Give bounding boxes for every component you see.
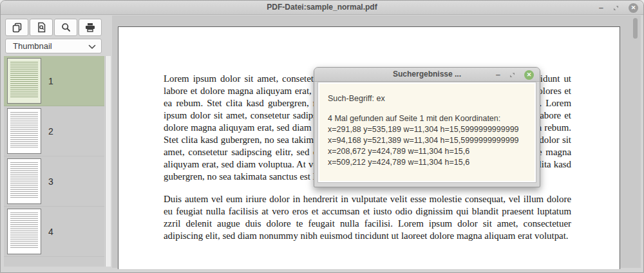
close-icon[interactable]: ✕ [629, 3, 638, 13]
page-number: 1 [48, 76, 53, 86]
document-preview-icon [36, 22, 47, 33]
page-number: 2 [48, 126, 53, 136]
page-number: 4 [48, 227, 53, 237]
page-thumbnail-image [7, 58, 41, 104]
toolbar [5, 19, 102, 36]
thumbnail-list: 1 2 3 4 [4, 56, 104, 267]
dialog-restore-icon[interactable] [509, 71, 516, 79]
page-thumbnail-image [7, 158, 41, 204]
search-results-dialog: Suchergebnisse ... – ✕ Such-Begriff: ex … [314, 67, 540, 187]
thumbnail-page-4[interactable]: 4 [4, 207, 104, 257]
result-line: x=94,168 y=521,389 w=11,304 h=15,5999999… [328, 135, 535, 146]
pdf-viewer-window: PDF-Datei:sample_normal.pdf – ✕ [0, 0, 644, 273]
dialog-content: Such-Begriff: ex 4 Mal gefunden auf Seit… [318, 82, 536, 182]
sidebar: Thumbnail 1 2 3 4 [3, 15, 111, 268]
window-titlebar: PDF-Datei:sample_normal.pdf – ✕ [1, 1, 643, 15]
search-icon [61, 22, 71, 33]
thumbnail-page-2[interactable]: 2 [4, 106, 104, 156]
thumbnail-page-3[interactable]: 3 [4, 156, 104, 207]
minimize-icon[interactable]: – [599, 1, 603, 15]
dialog-close-icon[interactable]: ✕ [524, 70, 534, 80]
summary-line: 4 Mal gefunden auf Seite 1 mit den Koord… [328, 113, 535, 124]
sidebar-scrollbar[interactable] [105, 56, 111, 267]
search-button[interactable] [54, 19, 77, 36]
thumbnail-page-1[interactable]: 1 [4, 56, 104, 106]
dialog-titlebar[interactable]: Suchergebnisse ... – ✕ [314, 68, 540, 82]
view-mode-dropdown[interactable]: Thumbnail [5, 39, 102, 53]
search-term-line: Such-Begriff: ex [328, 93, 535, 104]
view-mode-label: Thumbnail [13, 41, 88, 51]
window-title: PDF-Datei:sample_normal.pdf [1, 3, 643, 12]
document-preview-button[interactable] [30, 19, 53, 36]
result-line: x=208,672 y=424,789 w=11,304 h=15,6 [328, 146, 535, 157]
result-line: x=291,88 y=535,189 w=11,304 h=15,5999999… [328, 124, 535, 135]
chevron-down-icon [88, 41, 96, 52]
print-button[interactable] [79, 19, 102, 36]
print-icon [84, 22, 96, 33]
page-thumbnail-image [7, 108, 41, 154]
document-scrollbar[interactable] [633, 18, 638, 39]
copy-pages-button[interactable] [5, 19, 28, 36]
paragraph: Duis autem vel eum iriure dolor in hendr… [164, 193, 571, 242]
page-thumbnail-image [7, 209, 41, 254]
restore-icon[interactable] [612, 5, 620, 12]
copy-pages-icon [12, 22, 23, 33]
dialog-minimize-icon[interactable]: – [496, 68, 500, 82]
result-line: x=509,212 y=424,789 w=11,304 h=15,6 [328, 157, 535, 168]
page-number: 3 [48, 176, 53, 187]
